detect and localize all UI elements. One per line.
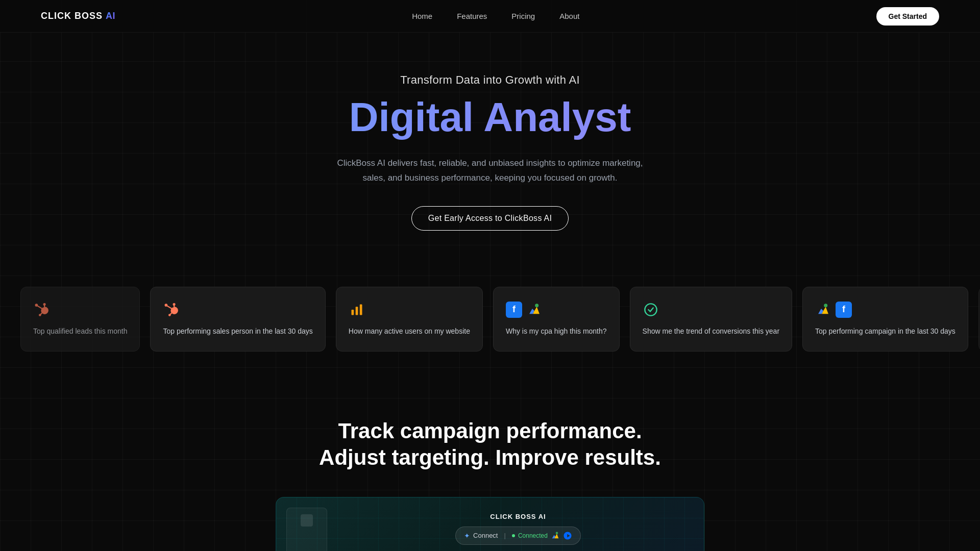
get-started-button[interactable]: Get Started	[876, 7, 939, 26]
separator: |	[504, 532, 505, 539]
svg-point-4	[645, 304, 656, 315]
dashboard-inner: CLICK BOSS AI ✦ Connect | Connected	[276, 497, 704, 551]
card-icons	[349, 302, 365, 318]
header: CLICK BOSS AI Home Features Pricing Abou…	[0, 0, 980, 33]
list-item: Show me the trend of conversions this ye…	[630, 287, 792, 352]
connect-label: Connect	[473, 532, 498, 539]
facebook-icon: f	[506, 302, 522, 318]
logo-ai-badge: AI	[106, 11, 115, 21]
cards-carousel: Top qualified leads this month Top perfo…	[0, 261, 980, 387]
hero-description: ClickBoss AI delivers fast, reliable, an…	[337, 156, 643, 186]
nav-pricing[interactable]: Pricing	[511, 12, 535, 20]
connected-badge: Connected	[512, 531, 572, 540]
logo-text: CLICK BOSS	[41, 11, 103, 21]
hero-section: Transform Data into Growth with AI Digit…	[0, 33, 980, 261]
card-text: Show me the trend of conversions this ye…	[643, 326, 779, 337]
list-item: f Why is my cpa high this month?	[493, 287, 620, 352]
early-access-button[interactable]: Get Early Access to ClickBoss AI	[411, 206, 569, 231]
bottom-title: Track campaign performance. Adjust targe…	[311, 418, 669, 471]
connected-dot-icon	[512, 534, 515, 537]
svg-point-5	[824, 304, 827, 307]
nav-features[interactable]: Features	[457, 12, 487, 20]
svg-point-3	[535, 304, 538, 307]
hero-title: Digital Analyst	[20, 95, 960, 140]
card-icons	[33, 302, 50, 318]
svg-point-7	[556, 532, 558, 534]
meta-mini-icon	[563, 531, 572, 540]
google-ads-icon	[815, 302, 831, 318]
dashboard-preview: CLICK BOSS AI ✦ Connect | Connected	[276, 497, 704, 551]
card-text: Top performing sales person in the last …	[163, 326, 312, 337]
nav-about[interactable]: About	[559, 12, 579, 20]
bar-chart-icon	[349, 302, 365, 318]
sidebar-icon	[301, 514, 313, 527]
card-text: Top qualified leads this month	[33, 326, 127, 337]
google-ads-icon	[526, 302, 543, 318]
facebook-icon: f	[836, 302, 852, 318]
card-icons: f	[815, 302, 852, 318]
main-nav: Home Features Pricing About	[412, 12, 579, 20]
card-icons: f	[506, 302, 543, 318]
analytics-icon	[643, 302, 659, 318]
google-ads-mini-icon	[551, 531, 560, 540]
list-item: f Top performing campaign in the last 30…	[802, 287, 968, 352]
hubspot-icon	[163, 302, 179, 318]
card-icons	[643, 302, 659, 318]
svg-rect-1	[356, 307, 358, 315]
connect-button[interactable]: ✦ Connect	[464, 532, 498, 540]
card-icons	[163, 302, 179, 318]
dashboard-main: CLICK BOSS AI ✦ Connect | Connected	[342, 508, 694, 545]
dashboard-logo: CLICK BOSS AI	[342, 513, 694, 520]
list-item: Top performing sales person in the last …	[150, 287, 325, 352]
svg-rect-2	[360, 304, 362, 315]
card-text: Why is my cpa high this month?	[506, 326, 607, 337]
card-text: How many active users on my website	[349, 326, 470, 337]
sparkle-icon: ✦	[464, 532, 470, 540]
logo: CLICK BOSS AI	[41, 11, 115, 21]
bottom-section: Track campaign performance. Adjust targe…	[0, 387, 980, 551]
connect-bar: ✦ Connect | Connected	[455, 527, 581, 545]
list-item: Top qualified leads this month	[20, 287, 140, 352]
svg-rect-0	[351, 310, 354, 315]
card-text: Top performing campaign in the last 30 d…	[815, 326, 955, 337]
connected-label: Connected	[518, 532, 548, 539]
list-item: How many active users on my website	[336, 287, 483, 352]
hubspot-icon	[33, 302, 50, 318]
cards-track: Top qualified leads this month Top perfo…	[0, 282, 980, 357]
nav-home[interactable]: Home	[412, 12, 432, 20]
hero-subtitle: Transform Data into Growth with AI	[20, 73, 960, 87]
dashboard-sidebar	[286, 508, 327, 551]
